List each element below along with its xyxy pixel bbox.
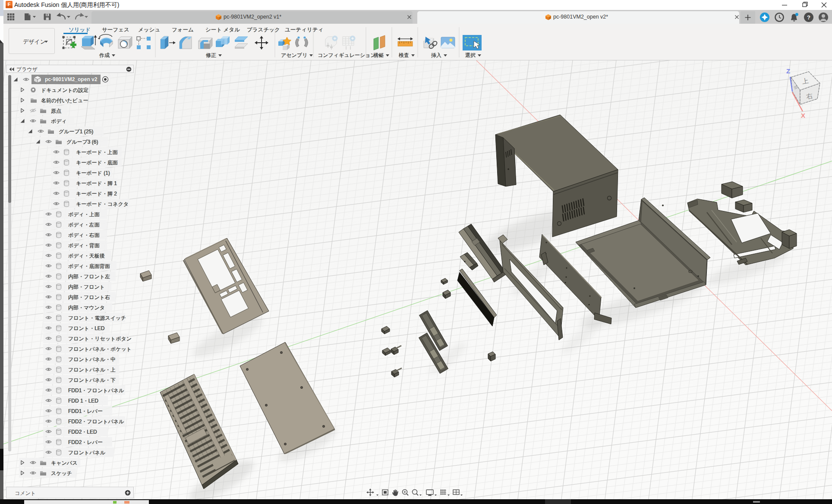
svg-text:X: X [801, 112, 805, 119]
svg-text:?: ? [807, 14, 810, 21]
svg-text:上: 上 [801, 77, 809, 85]
svg-text:Z: Z [786, 67, 790, 75]
svg-text:F: F [8, 2, 11, 7]
